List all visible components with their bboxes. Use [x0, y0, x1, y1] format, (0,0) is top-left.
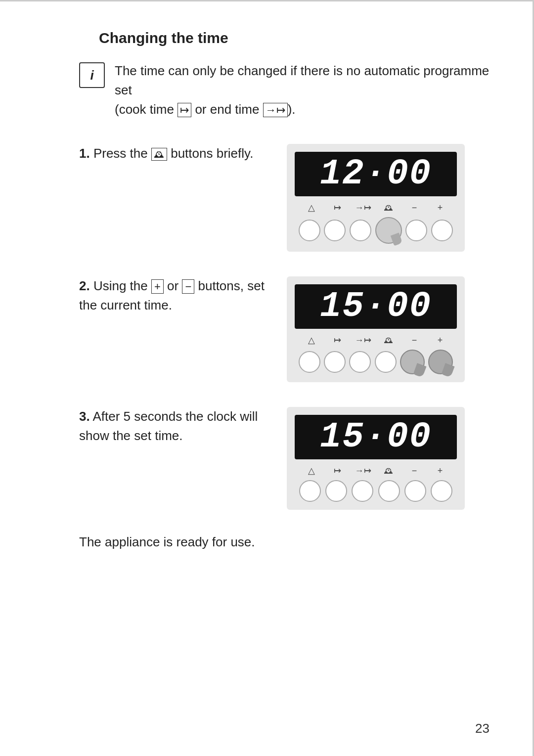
step-3-text-col: 3. After 5 seconds the clock will show t… — [79, 407, 287, 445]
btn-label-end-3: →↦ — [352, 465, 374, 476]
buttons-row-3 — [295, 480, 457, 502]
display-panel-1: 12·00 △ ↦ →↦ 🕰 − + — [287, 144, 465, 252]
info-text: The time can only be changed if there is… — [115, 61, 494, 119]
btn-label-clock: 🕰 — [378, 203, 400, 213]
appliance-ready-text: The appliance is ready for use. — [79, 534, 494, 550]
step-2-text: 2. Using the + or − buttons, set the cur… — [79, 276, 272, 315]
step-1-text: 1. Press the 🕰 buttons briefly. — [79, 144, 272, 163]
display-screen-3: 15·00 — [295, 415, 457, 459]
btn-plus-1 — [431, 220, 453, 241]
btn-label-cook: ↦ — [326, 202, 348, 213]
step-1-number: 1. — [79, 146, 90, 161]
button-labels-3: △ ↦ →↦ 🕰 − + — [295, 465, 457, 476]
btn-bell-2 — [299, 351, 320, 373]
btn-label-bell-2: △ — [301, 335, 322, 346]
btn-label-plus-3: + — [429, 466, 451, 476]
section-title: Changing the time — [99, 30, 494, 46]
btn-label-clock-3: 🕰 — [378, 466, 400, 476]
btn-label-bell: △ — [301, 202, 322, 213]
step-3-number: 3. — [79, 409, 90, 424]
btn-label-plus: + — [429, 203, 451, 213]
step-1-row: 1. Press the 🕰 buttons briefly. 12·00 △ … — [79, 144, 494, 252]
display-screen-2: 15·00 — [295, 284, 457, 329]
buttons-row-1 — [295, 217, 457, 244]
btn-label-minus: − — [403, 203, 425, 213]
btn-end-3 — [352, 480, 373, 502]
btn-label-clock-2: 🕰 — [378, 335, 400, 346]
info-box: i The time can only be changed if there … — [79, 61, 494, 119]
btn-end-2 — [349, 351, 371, 373]
step-2-row: 2. Using the + or − buttons, set the cur… — [79, 276, 494, 382]
step-1-text-col: 1. Press the 🕰 buttons briefly. — [79, 144, 287, 163]
btn-label-cook-2: ↦ — [326, 335, 348, 346]
btn-label-end-2: →↦ — [352, 335, 374, 346]
btn-minus-3 — [404, 480, 426, 502]
btn-label-bell-3: △ — [301, 465, 322, 476]
btn-plus-3 — [431, 480, 452, 502]
step-3-text: 3. After 5 seconds the clock will show t… — [79, 407, 272, 445]
top-border — [0, 0, 534, 1]
btn-bell-3 — [299, 480, 321, 502]
btn-cook-2 — [324, 351, 346, 373]
btn-minus-1 — [405, 220, 427, 241]
btn-plus-pressed — [428, 350, 453, 374]
btn-label-minus-3: − — [403, 466, 425, 476]
display-screen-1: 12·00 — [295, 152, 457, 196]
info-icon: i — [79, 62, 105, 88]
step-3-row: 3. After 5 seconds the clock will show t… — [79, 407, 494, 510]
btn-cook-3 — [325, 480, 347, 502]
display-panel-2: 15·00 △ ↦ →↦ 🕰 − + — [287, 276, 465, 382]
btn-cook — [324, 220, 346, 241]
btn-label-plus-2: + — [429, 335, 451, 346]
buttons-row-2 — [295, 350, 457, 374]
btn-label-minus-2: − — [403, 335, 425, 346]
button-labels-1: △ ↦ →↦ 🕰 − + — [295, 202, 457, 213]
btn-clock-2 — [375, 351, 397, 373]
btn-bell — [299, 220, 320, 241]
display-time-2: 15·00 — [320, 286, 432, 327]
button-labels-2: △ ↦ →↦ 🕰 − + — [295, 335, 457, 346]
btn-label-cook-3: ↦ — [326, 465, 348, 476]
display-time-1: 12·00 — [320, 154, 432, 194]
step-2-text-col: 2. Using the + or − buttons, set the cur… — [79, 276, 287, 315]
btn-clock-pressed — [375, 217, 402, 244]
btn-label-end: →↦ — [352, 202, 374, 213]
page-number: 23 — [475, 721, 490, 736]
display-time-3: 15·00 — [320, 417, 432, 457]
btn-clock-3 — [378, 480, 400, 502]
display-panel-3: 15·00 △ ↦ →↦ 🕰 − + — [287, 407, 465, 510]
info-letter: i — [90, 68, 93, 83]
btn-minus-pressed — [400, 350, 425, 374]
page-container: Changing the time i The time can only be… — [0, 0, 534, 756]
step-2-number: 2. — [79, 278, 90, 293]
btn-end — [350, 220, 371, 241]
